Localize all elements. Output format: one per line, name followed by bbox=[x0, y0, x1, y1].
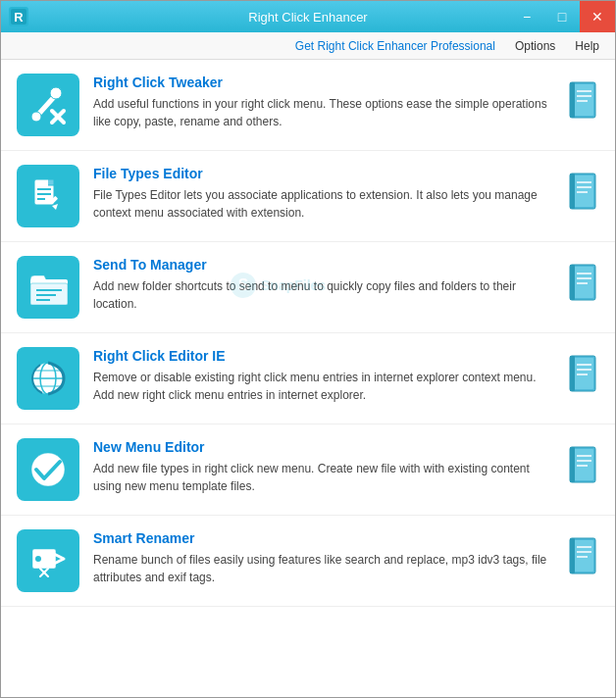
renamer-desc: Rename bunch of files easily using featu… bbox=[93, 551, 554, 586]
renamer-title[interactable]: Smart Renamer bbox=[93, 530, 195, 546]
newmenu-content: New Menu Editor Add new file types in ri… bbox=[93, 438, 554, 495]
menu-options[interactable]: Options bbox=[507, 36, 563, 56]
newmenu-desc: Add new file types in right click new me… bbox=[93, 460, 554, 495]
tweaker-icon bbox=[17, 74, 79, 136]
svg-point-3 bbox=[31, 112, 41, 122]
sendto-content: Send To Manager Add new folder shortcuts… bbox=[93, 256, 554, 313]
tweaker-desc: Add useful functions in your right click… bbox=[93, 95, 554, 130]
feature-item-send-to-manager: Send To Manager Add new folder shortcuts… bbox=[1, 242, 615, 333]
filetypes-title[interactable]: File Types Editor bbox=[93, 166, 203, 181]
filetypes-desc: File Types Editor lets you associate app… bbox=[93, 186, 554, 222]
ie-content: Right Click Editor IE Remove or disable … bbox=[93, 347, 554, 404]
renamer-icon bbox=[17, 529, 79, 592]
svg-rect-8 bbox=[572, 84, 593, 116]
svg-rect-52 bbox=[572, 449, 593, 480]
svg-text:R: R bbox=[14, 10, 24, 25]
main-content[interactable]: Right Click Tweaker Add useful functions… bbox=[1, 60, 615, 698]
filetypes-help-button[interactable] bbox=[568, 173, 599, 212]
svg-rect-32 bbox=[570, 265, 575, 300]
ie-title[interactable]: Right Click Editor IE bbox=[93, 348, 226, 364]
svg-rect-45 bbox=[572, 358, 593, 389]
filetypes-content: File Types Editor File Types Editor lets… bbox=[93, 165, 554, 222]
renamer-help-button[interactable] bbox=[568, 537, 599, 576]
feature-item-smart-renamer: Smart Renamer Rename bunch of files easi… bbox=[1, 516, 615, 607]
menu-get-professional[interactable]: Get Right Click Enhancer Professional bbox=[287, 36, 503, 56]
ie-icon bbox=[17, 347, 79, 410]
ie-help-button[interactable] bbox=[568, 355, 599, 394]
newmenu-icon bbox=[17, 438, 79, 501]
sendto-icon bbox=[17, 256, 79, 319]
window-controls: − □ ✕ bbox=[509, 1, 615, 32]
app-icon: R bbox=[9, 7, 28, 26]
sendto-desc: Add new folder shortcuts to send to menu… bbox=[93, 277, 554, 313]
svg-rect-20 bbox=[572, 175, 593, 207]
close-button[interactable]: ✕ bbox=[580, 1, 615, 32]
maximize-button[interactable]: □ bbox=[544, 1, 580, 32]
tweaker-content: Right Click Tweaker Add useful functions… bbox=[93, 74, 554, 130]
ie-desc: Remove or disable existing right click m… bbox=[93, 369, 554, 404]
tweaker-help-button[interactable] bbox=[568, 81, 599, 121]
feature-item-new-menu-editor: New Menu Editor Add new file types in ri… bbox=[1, 424, 615, 516]
svg-rect-63 bbox=[570, 538, 575, 573]
svg-rect-46 bbox=[570, 356, 575, 391]
tweaker-title[interactable]: Right Click Tweaker bbox=[93, 75, 223, 90]
svg-rect-21 bbox=[570, 174, 575, 209]
feature-item-right-click-editor-ie: Right Click Editor IE Remove or disable … bbox=[1, 333, 615, 424]
newmenu-help-button[interactable] bbox=[568, 446, 599, 485]
window-title: Right Click Enhancer bbox=[248, 10, 367, 25]
svg-rect-53 bbox=[570, 447, 575, 482]
renamer-content: Smart Renamer Rename bunch of files easi… bbox=[93, 529, 554, 586]
minimize-button[interactable]: − bbox=[509, 1, 544, 32]
title-bar: R Right Click Enhancer − □ ✕ bbox=[1, 1, 615, 32]
feature-item-file-types-editor: File Types Editor File Types Editor lets… bbox=[1, 151, 615, 242]
svg-rect-62 bbox=[572, 540, 593, 572]
menu-help[interactable]: Help bbox=[567, 36, 607, 56]
svg-point-58 bbox=[35, 556, 41, 562]
svg-rect-31 bbox=[572, 267, 593, 298]
svg-rect-9 bbox=[570, 82, 575, 118]
sendto-title[interactable]: Send To Manager bbox=[93, 257, 207, 273]
sendto-help-button[interactable] bbox=[568, 264, 599, 303]
svg-point-4 bbox=[50, 87, 62, 99]
menu-bar: Get Right Click Enhancer Professional Op… bbox=[1, 32, 615, 60]
title-bar-left: R bbox=[9, 7, 28, 26]
filetypes-icon bbox=[17, 165, 79, 227]
feature-item-right-click-tweaker: Right Click Tweaker Add useful functions… bbox=[1, 60, 615, 151]
newmenu-title[interactable]: New Menu Editor bbox=[93, 439, 205, 455]
